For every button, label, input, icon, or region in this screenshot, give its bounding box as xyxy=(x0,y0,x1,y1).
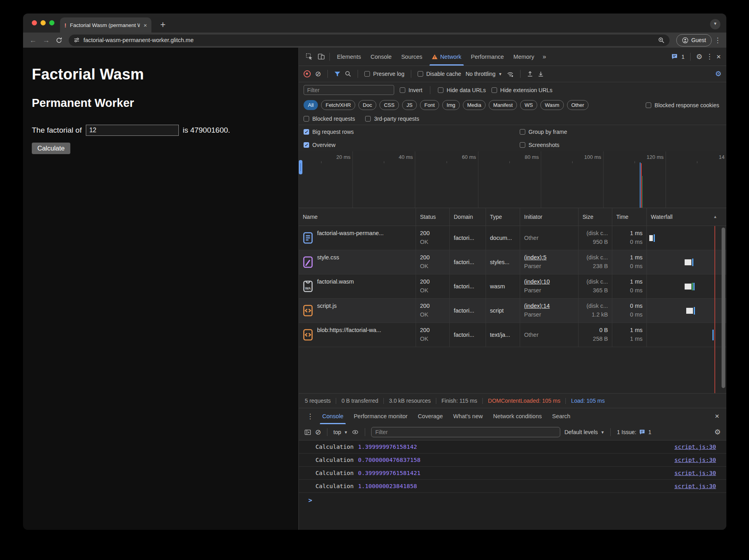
tab-memory[interactable]: Memory xyxy=(509,48,538,66)
clear-network-log-button[interactable]: ⊘ xyxy=(315,70,321,77)
maximize-window-button[interactable] xyxy=(49,20,54,25)
initiator-link[interactable]: (index):14 xyxy=(524,303,550,309)
drawer-tab-network-conditions[interactable]: Network conditions xyxy=(488,408,547,424)
column-waterfall[interactable]: Waterfall▲ xyxy=(647,208,720,226)
network-conditions-icon[interactable] xyxy=(507,71,514,77)
issues-bubble-icon[interactable] xyxy=(671,53,678,60)
drawer-tab-coverage[interactable]: Coverage xyxy=(413,408,448,424)
close-window-button[interactable] xyxy=(32,20,37,25)
inspect-element-button[interactable] xyxy=(304,51,315,62)
big-request-rows-checkbox[interactable] xyxy=(304,129,309,135)
log-levels-select[interactable]: Default levels ▼ xyxy=(564,429,604,435)
console-source-link[interactable]: script.js:30 xyxy=(674,470,716,476)
devtools-settings-button[interactable]: ⚙ xyxy=(696,52,703,61)
filter-chip-doc[interactable]: Doc xyxy=(358,100,376,110)
preserve-log-checkbox[interactable] xyxy=(364,71,370,77)
tab-sources[interactable]: Sources xyxy=(397,48,427,66)
throttling-select[interactable]: No throttling ▼ xyxy=(466,71,502,77)
back-button[interactable]: ← xyxy=(27,36,39,44)
clear-console-button[interactable]: ⊘ xyxy=(315,429,321,436)
filter-chip-all[interactable]: All xyxy=(304,100,318,110)
console-settings-button[interactable]: ⚙ xyxy=(714,428,721,436)
invert-checkbox[interactable] xyxy=(400,87,405,93)
factorial-input[interactable] xyxy=(86,125,179,136)
browser-tab[interactable]: ! Factorial Wasm (permanent W × xyxy=(60,17,151,33)
overview-option[interactable]: Overview xyxy=(304,142,520,148)
tab-performance[interactable]: Performance xyxy=(466,48,508,66)
blocked-response-cookies-checkbox[interactable] xyxy=(646,102,651,108)
console-filter-input[interactable] xyxy=(371,427,560,437)
drawer-close-button[interactable]: × xyxy=(715,412,722,421)
zoom-icon[interactable] xyxy=(658,37,665,44)
drawer-tab-performance-monitor[interactable]: Performance monitor xyxy=(349,408,412,424)
minimize-window-button[interactable] xyxy=(41,20,46,25)
column-size[interactable]: Size xyxy=(579,208,612,226)
network-search-icon[interactable] xyxy=(345,71,351,77)
filter-chip-js[interactable]: JS xyxy=(402,100,417,110)
address-bar[interactable]: factorial-wasm-permanent-worker.glitch.m… xyxy=(69,35,670,46)
device-toolbar-button[interactable] xyxy=(315,51,327,62)
filter-chip-media[interactable]: Media xyxy=(463,100,486,110)
timeline-selection-handle[interactable] xyxy=(299,160,302,174)
drawer-tab-whats-new[interactable]: What's new xyxy=(448,408,488,424)
console-source-link[interactable]: script.js:30 xyxy=(674,457,716,463)
hide-data-urls-option[interactable]: Hide data URLs xyxy=(438,87,486,93)
column-time[interactable]: Time xyxy=(612,208,647,226)
network-settings-button[interactable]: ⚙ xyxy=(715,70,722,78)
initiator-link[interactable]: (index):10 xyxy=(524,278,550,285)
tab-console[interactable]: Console xyxy=(366,48,396,66)
table-row[interactable]: script.js 200OK factori... script (index… xyxy=(299,299,726,323)
record-button[interactable] xyxy=(304,70,311,77)
tab-close-icon[interactable]: × xyxy=(143,22,147,29)
hide-extension-urls-option[interactable]: Hide extension URLs xyxy=(492,87,553,93)
filter-chip-ws[interactable]: WS xyxy=(520,100,537,110)
filter-chip-fetch-xhr[interactable]: Fetch/XHR xyxy=(321,100,355,110)
table-row[interactable]: WA factorial.wasm 200OK factori... wasm … xyxy=(299,274,726,299)
blocked-response-cookies-option[interactable]: Blocked response cookies xyxy=(646,102,722,108)
request-name-cell[interactable]: blob:https://factorial-wa... xyxy=(299,323,416,347)
third-party-requests-option[interactable]: 3rd-party requests xyxy=(365,116,419,122)
issues-counter[interactable]: 1 Issue: 1 xyxy=(617,429,651,435)
table-row[interactable]: factorial-wasm-permane... 200OK factori.… xyxy=(299,226,726,250)
more-tabs-button[interactable]: » xyxy=(539,53,549,60)
drawer-tab-console[interactable]: Console xyxy=(317,408,348,424)
disable-cache-checkbox[interactable] xyxy=(418,71,423,77)
column-name[interactable]: Name xyxy=(299,208,416,226)
group-by-frame-checkbox[interactable] xyxy=(520,129,525,135)
tab-elements[interactable]: Elements xyxy=(333,48,365,66)
column-initiator[interactable]: Initiator xyxy=(520,208,579,226)
overview-checkbox[interactable] xyxy=(304,142,309,148)
console-sidebar-icon[interactable] xyxy=(304,429,311,436)
reload-button[interactable] xyxy=(53,35,64,46)
live-expression-eye-icon[interactable] xyxy=(352,429,359,435)
request-name-cell[interactable]: style.css xyxy=(299,250,416,274)
request-name-cell[interactable]: WA factorial.wasm xyxy=(299,274,416,298)
blocked-requests-checkbox[interactable] xyxy=(304,116,309,122)
preserve-log-option[interactable]: Preserve log xyxy=(364,71,404,77)
hide-extension-urls-checkbox[interactable] xyxy=(492,87,497,93)
calculate-button[interactable]: Calculate xyxy=(32,143,70,154)
screenshots-checkbox[interactable] xyxy=(520,142,525,148)
filter-chip-manifest[interactable]: Manifest xyxy=(489,100,517,110)
disable-cache-option[interactable]: Disable cache xyxy=(418,71,461,77)
blocked-requests-option[interactable]: Blocked requests xyxy=(304,116,355,122)
tab-search-button[interactable]: ▾ xyxy=(710,19,720,29)
hide-data-urls-checkbox[interactable] xyxy=(438,87,443,93)
export-har-icon[interactable] xyxy=(538,71,544,77)
filter-chip-css[interactable]: CSS xyxy=(379,100,399,110)
filter-chip-wasm[interactable]: Wasm xyxy=(540,100,563,110)
forward-button[interactable]: → xyxy=(40,36,52,44)
filter-chip-other[interactable]: Other xyxy=(567,100,589,110)
site-settings-icon[interactable] xyxy=(74,37,80,43)
filter-chip-font[interactable]: Font xyxy=(420,100,439,110)
column-status[interactable]: Status xyxy=(416,208,450,226)
group-by-frame-option[interactable]: Group by frame xyxy=(520,129,567,135)
request-name-cell[interactable]: script.js xyxy=(299,299,416,322)
console-source-link[interactable]: script.js:30 xyxy=(674,444,716,450)
drawer-tab-search[interactable]: Search xyxy=(547,408,575,424)
filter-funnel-icon[interactable] xyxy=(334,71,341,77)
column-type[interactable]: Type xyxy=(486,208,520,226)
import-har-icon[interactable] xyxy=(527,71,533,77)
filter-chip-img[interactable]: Img xyxy=(442,100,460,110)
table-row[interactable]: blob:https://factorial-wa... 200OK facto… xyxy=(299,323,726,347)
